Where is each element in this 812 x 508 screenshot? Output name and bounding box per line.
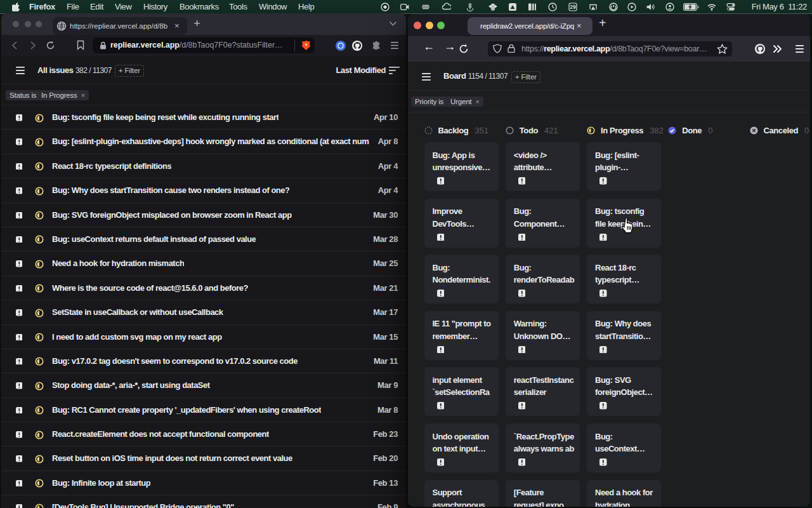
svg-text:29: 29: [570, 4, 576, 10]
